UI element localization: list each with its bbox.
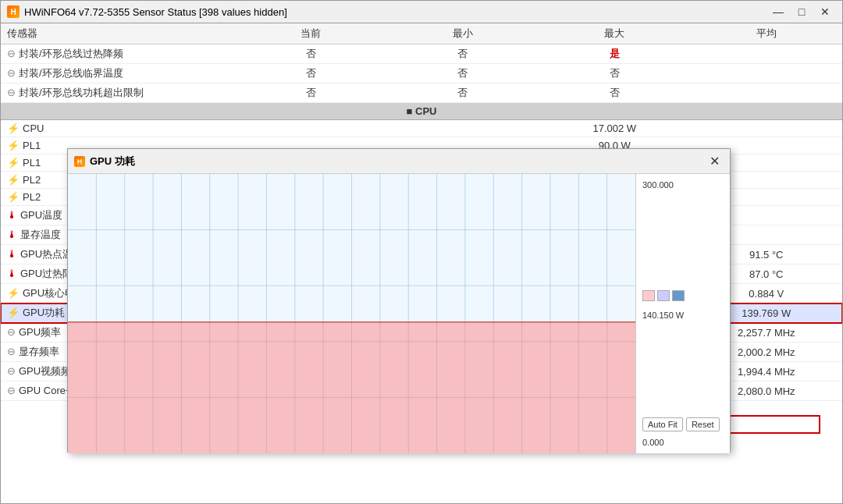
circle-icon: ⊖ <box>7 346 16 357</box>
table-row[interactable]: ⊖封装/环形总线临界温度 否 否 否 <box>1 64 842 83</box>
circle-icon: ⊖ <box>7 48 16 59</box>
thermometer-icon: 🌡 <box>7 229 17 240</box>
section-label: ■ CPU <box>1 103 842 120</box>
chart-sidebar: 300.000 140.150 W Auto Fit Reset 0.000 <box>636 174 730 453</box>
row-current <box>235 120 387 137</box>
lightning-icon: ⚡ <box>7 140 20 151</box>
row-current: 否 <box>235 64 387 83</box>
row-min <box>387 120 539 137</box>
popup-app-icon: H <box>74 156 85 167</box>
row-max: 否 <box>539 64 691 83</box>
row-min: 否 <box>387 64 539 83</box>
chart-area[interactable] <box>68 174 636 453</box>
y-axis-mid-label: 140.150 W <box>642 311 684 320</box>
popup-title-bar: H GPU 功耗 ✕ <box>68 149 730 174</box>
chart-buttons: Auto Fit Reset <box>642 417 724 431</box>
popup-close-button[interactable]: ✕ <box>705 154 724 169</box>
minimize-button[interactable]: — <box>767 4 789 20</box>
lightning-icon: ⚡ <box>7 287 20 299</box>
circle-icon: ⊖ <box>7 326 16 338</box>
table-header: 传感器 当前 最小 最大 平均 <box>1 23 842 44</box>
circle-icon: ⊖ <box>7 67 16 79</box>
lightning-icon: ⚡ <box>7 157 20 169</box>
close-button[interactable]: ✕ <box>814 4 836 20</box>
legend-box-1[interactable] <box>642 290 655 301</box>
legend-box-2[interactable] <box>657 290 670 301</box>
row-min: 否 <box>387 44 539 64</box>
row-min: 否 <box>387 83 539 103</box>
thermometer-icon: 🌡 <box>7 268 17 279</box>
lightning-icon: ⚡ <box>7 174 20 186</box>
row-avg <box>691 64 843 83</box>
thermometer-icon: 🌡 <box>7 209 17 221</box>
row-max: 是 <box>539 44 691 64</box>
header-avg: 平均 <box>691 23 843 44</box>
circle-icon: ⊖ <box>7 365 16 377</box>
y-axis-max-label: 300.000 <box>642 180 724 190</box>
popup-title-left: H GPU 功耗 <box>74 154 135 169</box>
header-sensor: 传感器 <box>1 23 235 44</box>
lightning-icon: ⚡ <box>7 122 20 134</box>
legend-box-3[interactable] <box>672 290 685 301</box>
window-title: HWiNFO64 v7.72-5355 Sensor Status [398 v… <box>24 6 287 18</box>
row-current: 否 <box>235 83 387 103</box>
row-name: ⊖封装/环形总线临界温度 <box>1 64 235 83</box>
y-axis-min-label: 0.000 <box>642 438 724 447</box>
gpu-power-popup: H GPU 功耗 ✕ <box>67 148 731 453</box>
title-bar-controls: — □ ✕ <box>767 4 836 20</box>
maximize-button[interactable]: □ <box>791 4 813 20</box>
main-content: 传感器 当前 最小 最大 平均 ⊖封装/环形总线过热降频 否 否 是 ⊖封装/环… <box>0 23 843 504</box>
row-name: ⊖封装/环形总线过热降频 <box>1 44 235 64</box>
row-max: 否 <box>539 83 691 103</box>
thermometer-icon: 🌡 <box>7 248 17 260</box>
popup-title: GPU 功耗 <box>90 154 135 169</box>
cpu-section-header: ■ CPU <box>1 103 842 120</box>
row-name: ⚡CPU <box>1 120 235 137</box>
row-avg <box>691 44 843 64</box>
auto-fit-button[interactable]: Auto Fit <box>642 417 683 431</box>
app-icon: H <box>7 5 20 18</box>
row-avg <box>691 120 843 137</box>
chart-grid-svg <box>68 174 635 453</box>
lightning-icon: ⚡ <box>7 307 20 318</box>
table-row[interactable]: ⊖封装/环形总线功耗超出限制 否 否 否 <box>1 83 842 103</box>
title-bar-left: H HWiNFO64 v7.72-5355 Sensor Status [398… <box>7 5 287 18</box>
header-max: 最大 <box>539 23 691 44</box>
reset-button[interactable]: Reset <box>686 417 720 431</box>
svg-rect-23 <box>68 322 635 453</box>
chart-container: 300.000 140.150 W Auto Fit Reset 0.000 <box>68 174 730 453</box>
circle-icon: ⊖ <box>7 87 16 98</box>
lightning-icon: ⚡ <box>7 191 20 203</box>
header-min: 最小 <box>387 23 539 44</box>
circle-icon: ⊖ <box>7 385 16 396</box>
row-name: ⊖封装/环形总线功耗超出限制 <box>1 83 235 103</box>
row-current: 否 <box>235 44 387 64</box>
header-current: 当前 <box>235 23 387 44</box>
legend-boxes <box>642 290 685 301</box>
row-avg <box>691 83 843 103</box>
title-bar: H HWiNFO64 v7.72-5355 Sensor Status [398… <box>0 0 843 23</box>
table-row[interactable]: ⊖封装/环形总线过热降频 否 否 是 <box>1 44 842 64</box>
row-max: 17.002 W <box>539 120 691 137</box>
table-row[interactable]: ⚡CPU 17.002 W <box>1 120 842 137</box>
